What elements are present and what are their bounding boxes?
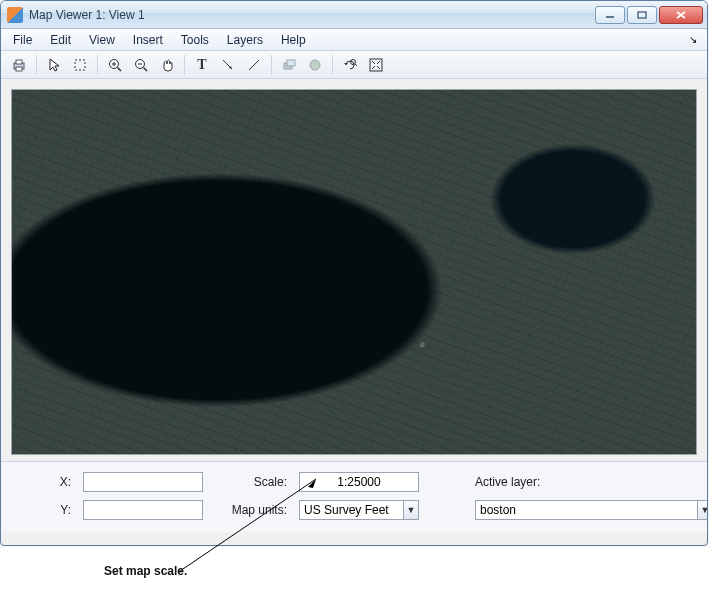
scale-label: Scale: xyxy=(211,475,291,489)
menu-insert[interactable]: Insert xyxy=(125,31,171,49)
svg-rect-22 xyxy=(370,59,382,71)
y-field[interactable] xyxy=(83,500,203,520)
app-icon xyxy=(7,7,23,23)
menu-help[interactable]: Help xyxy=(273,31,314,49)
close-button[interactable] xyxy=(659,6,703,24)
svg-point-19 xyxy=(310,60,320,70)
menu-layers[interactable]: Layers xyxy=(219,31,271,49)
restore-view-icon[interactable] xyxy=(338,54,362,76)
menu-file[interactable]: File xyxy=(5,31,40,49)
toolbar-separator xyxy=(332,55,333,75)
svg-line-25 xyxy=(372,66,375,69)
svg-rect-6 xyxy=(16,67,22,71)
zoom-in-icon[interactable] xyxy=(103,54,127,76)
chevron-down-icon[interactable]: ▼ xyxy=(697,500,708,520)
active-layer-field[interactable] xyxy=(475,500,697,520)
toolbar-separator xyxy=(97,55,98,75)
y-label: Y: xyxy=(15,503,75,517)
print-icon[interactable] xyxy=(7,54,31,76)
toolbar: T xyxy=(1,51,707,79)
globe-icon[interactable] xyxy=(303,54,327,76)
svg-rect-5 xyxy=(16,60,22,64)
toolbar-separator xyxy=(271,55,272,75)
text-icon[interactable]: T xyxy=(190,54,214,76)
overlay-layers-icon[interactable] xyxy=(277,54,301,76)
chevron-down-icon[interactable]: ▼ xyxy=(403,500,419,520)
scale-field[interactable] xyxy=(299,472,419,492)
line-annot-icon[interactable] xyxy=(242,54,266,76)
svg-line-21 xyxy=(355,64,357,66)
arrow-annot-icon[interactable] xyxy=(216,54,240,76)
select-arrow-icon[interactable] xyxy=(42,54,66,76)
units-field[interactable] xyxy=(299,500,403,520)
svg-line-16 xyxy=(249,60,259,70)
x-field[interactable] xyxy=(83,472,203,492)
x-label: X: xyxy=(15,475,75,489)
svg-line-26 xyxy=(377,66,380,69)
menubar: File Edit View Insert Tools Layers Help … xyxy=(1,29,707,51)
fit-view-icon[interactable] xyxy=(364,54,388,76)
pan-icon[interactable] xyxy=(155,54,179,76)
window-controls xyxy=(595,6,703,24)
svg-rect-18 xyxy=(287,60,295,66)
menu-edit[interactable]: Edit xyxy=(42,31,79,49)
units-label: Map units: xyxy=(211,503,291,517)
window-title: Map Viewer 1: View 1 xyxy=(29,8,595,22)
status-panel: X: Scale: Active layer: Y: Map units: ▼ … xyxy=(1,461,707,532)
menu-overflow-icon[interactable]: ↘ xyxy=(689,34,703,45)
minimize-button[interactable] xyxy=(595,6,625,24)
active-layer-label: Active layer: xyxy=(475,475,575,489)
annotation-label: Set map scale. xyxy=(104,564,187,578)
svg-line-13 xyxy=(144,67,148,71)
map-canvas[interactable] xyxy=(11,89,697,455)
menu-tools[interactable]: Tools xyxy=(173,31,217,49)
app-window: Map Viewer 1: View 1 File Edit View Inse… xyxy=(0,0,708,546)
toolbar-separator xyxy=(184,55,185,75)
units-combo[interactable]: ▼ xyxy=(299,500,419,520)
zoom-out-icon[interactable] xyxy=(129,54,153,76)
svg-line-9 xyxy=(118,67,122,71)
svg-rect-1 xyxy=(638,12,646,18)
svg-line-23 xyxy=(372,61,375,64)
svg-line-24 xyxy=(377,61,380,64)
maximize-button[interactable] xyxy=(627,6,657,24)
map-area xyxy=(1,79,707,461)
titlebar[interactable]: Map Viewer 1: View 1 xyxy=(1,1,707,29)
select-region-icon[interactable] xyxy=(68,54,92,76)
svg-rect-7 xyxy=(75,60,85,70)
active-layer-combo[interactable]: ▼ xyxy=(475,500,708,520)
toolbar-separator xyxy=(36,55,37,75)
menu-view[interactable]: View xyxy=(81,31,123,49)
